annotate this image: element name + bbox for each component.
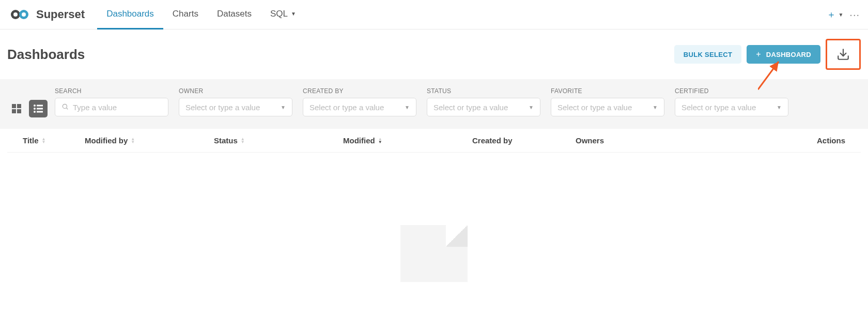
chevron-down-icon: ▼ — [405, 105, 410, 110]
chevron-down-icon: ▼ — [777, 105, 782, 110]
svg-point-2 — [13, 12, 18, 17]
nav-sql[interactable]: SQL ▼ — [261, 0, 305, 29]
import-button[interactable] — [826, 39, 861, 70]
nav-label: SQL — [270, 9, 288, 19]
filter-status: STATUS Select or type a value ▼ — [427, 87, 540, 116]
view-toggle — [7, 100, 48, 117]
sort-icon: ▲▼ — [42, 138, 46, 144]
nav-right: ＋ ▼ ··· — [827, 8, 860, 21]
svg-rect-11 — [37, 105, 43, 107]
filter-search: SEARCH — [55, 87, 168, 116]
download-icon — [836, 48, 850, 61]
filter-owner: OWNER Select or type a value ▼ — [179, 87, 292, 116]
filter-label: FAVORITE — [551, 87, 664, 95]
filter-label: CERTIFIED — [675, 87, 788, 95]
select-placeholder: Select or type a value — [185, 103, 281, 112]
sort-icon: ▲▼ — [241, 138, 245, 144]
add-menu-button[interactable]: ＋ ▼ — [827, 8, 843, 21]
svg-rect-13 — [37, 108, 43, 110]
search-input-wrap[interactable] — [55, 98, 168, 116]
filters: SEARCH OWNER Select or type a value ▼ CR… — [55, 87, 861, 116]
created-by-select[interactable]: Select or type a value ▼ — [303, 98, 416, 116]
filter-label: CREATED BY — [303, 87, 416, 95]
svg-point-14 — [34, 111, 36, 113]
brand-name: Superset — [36, 8, 85, 21]
empty-file-icon — [400, 225, 468, 282]
chevron-down-icon: ▼ — [653, 105, 658, 110]
sort-icon: ▲▼ — [378, 138, 382, 144]
more-menu-button[interactable]: ··· — [849, 9, 860, 21]
svg-rect-15 — [37, 111, 43, 113]
dashboards-table: Title ▲▼ Modified by ▲▼ Status ▲▼ Modifi… — [7, 129, 861, 282]
logo-icon — [8, 8, 33, 21]
create-dashboard-button[interactable]: + DASHBOARD — [747, 45, 820, 64]
page-title: Dashboards — [7, 47, 85, 63]
button-label: DASHBOARD — [766, 51, 811, 58]
nav-label: Dashboards — [106, 9, 154, 19]
select-placeholder: Select or type a value — [309, 103, 405, 112]
sort-icon: ▲▼ — [131, 138, 135, 144]
filter-bar: SEARCH OWNER Select or type a value ▼ CR… — [0, 79, 868, 129]
select-placeholder: Select or type a value — [681, 103, 777, 112]
filter-label: OWNER — [179, 87, 292, 95]
svg-point-10 — [34, 105, 36, 107]
col-owners: Owners — [576, 136, 689, 145]
filter-label: STATUS — [427, 87, 540, 95]
header-actions: BULK SELECT + DASHBOARD — [674, 39, 861, 70]
svg-line-17 — [66, 108, 68, 109]
nav-dashboards[interactable]: Dashboards — [97, 0, 163, 29]
bulk-select-button[interactable]: BULK SELECT — [674, 45, 741, 64]
filter-created-by: CREATED BY Select or type a value ▼ — [303, 87, 416, 116]
col-actions: Actions — [689, 136, 845, 145]
svg-rect-9 — [17, 109, 21, 113]
nav-items: Dashboards Charts Datasets SQL ▼ — [97, 0, 305, 29]
certified-select[interactable]: Select or type a value ▼ — [675, 98, 788, 116]
nav-label: Datasets — [217, 9, 252, 19]
page-header: Dashboards BULK SELECT + DASHBOARD — [0, 29, 868, 79]
svg-point-3 — [22, 12, 26, 17]
col-modified-by[interactable]: Modified by ▲▼ — [85, 136, 214, 145]
list-view-button[interactable] — [29, 100, 48, 117]
status-select[interactable]: Select or type a value ▼ — [427, 98, 540, 116]
col-status[interactable]: Status ▲▼ — [214, 136, 343, 145]
favorite-select[interactable]: Select or type a value ▼ — [551, 98, 664, 116]
filter-certified: CERTIFIED Select or type a value ▼ — [675, 87, 788, 116]
select-placeholder: Select or type a value — [433, 103, 529, 112]
caret-down-icon: ▼ — [838, 12, 843, 18]
chevron-down-icon: ▼ — [281, 105, 286, 110]
filter-label: SEARCH — [55, 87, 168, 95]
svg-rect-8 — [12, 109, 16, 113]
top-nav: Superset Dashboards Charts Datasets SQL … — [0, 0, 868, 29]
col-title[interactable]: Title ▲▼ — [23, 136, 85, 145]
col-modified[interactable]: Modified ▲▼ — [343, 136, 472, 145]
filter-favorite: FAVORITE Select or type a value ▼ — [551, 87, 664, 116]
svg-rect-7 — [17, 104, 21, 108]
col-created-by: Created by — [472, 136, 576, 145]
search-input[interactable] — [73, 103, 171, 112]
chevron-down-icon: ▼ — [529, 105, 534, 110]
svg-point-16 — [63, 104, 67, 108]
table-header: Title ▲▼ Modified by ▲▼ Status ▲▼ Modifi… — [7, 129, 861, 153]
nav-label: Charts — [173, 9, 198, 19]
grid-view-button[interactable] — [7, 100, 26, 117]
plus-icon: ＋ — [827, 8, 836, 21]
empty-state — [7, 153, 861, 282]
search-icon — [61, 103, 69, 112]
caret-down-icon: ▼ — [291, 11, 296, 17]
owner-select[interactable]: Select or type a value ▼ — [179, 98, 292, 116]
nav-charts[interactable]: Charts — [163, 0, 208, 29]
svg-point-12 — [34, 108, 36, 110]
select-placeholder: Select or type a value — [557, 103, 653, 112]
nav-datasets[interactable]: Datasets — [208, 0, 261, 29]
plus-icon: + — [756, 50, 761, 59]
brand-logo[interactable]: Superset — [8, 8, 85, 21]
svg-rect-6 — [12, 104, 16, 108]
